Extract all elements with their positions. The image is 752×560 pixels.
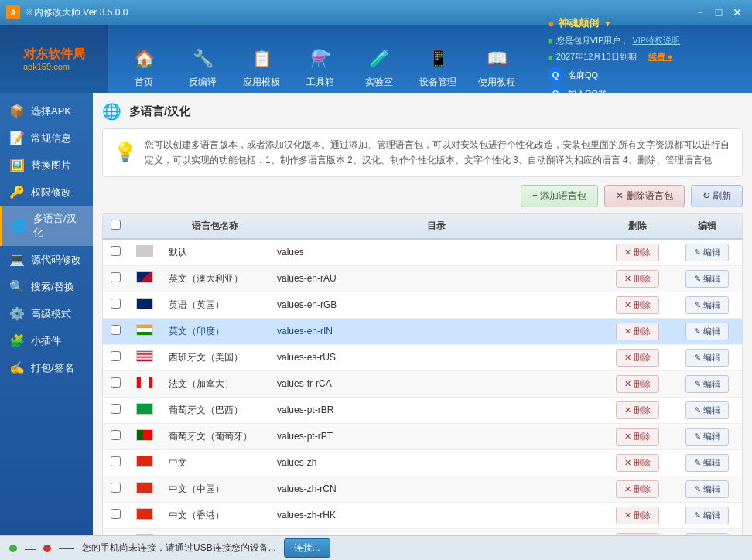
sidebar-item-advanced[interactable]: ⚙️ 高级模式 [0, 300, 93, 327]
row-delete-button[interactable]: ✕ 删除 [616, 323, 659, 340]
sidebar-item-multilang[interactable]: 🌐 多语言/汉化 [0, 206, 93, 246]
row-delete-button[interactable]: ✕ 删除 [616, 507, 659, 524]
row-name: 中文（香港） [161, 502, 269, 528]
sidebar-item-search-replace[interactable]: 🔍 搜索/替换 [0, 273, 93, 300]
sidebar-item-basic-info[interactable]: 📝 常规信息 [0, 125, 93, 152]
row-edit-cell: ✎ 编辑 [672, 449, 742, 476]
row-delete-button[interactable]: ✕ 删除 [616, 270, 659, 288]
nav-template[interactable]: 📋 应用模板 [234, 40, 289, 93]
sidebar-item-pack-sign[interactable]: ✍️ 打包/签名 [0, 354, 93, 381]
row-checkbox[interactable] [111, 325, 121, 335]
row-edit-cell: ✎ 编辑 [672, 528, 742, 535]
select-all-checkbox[interactable] [111, 220, 121, 230]
row-checkbox[interactable] [111, 456, 121, 466]
header-name: 语言包名称 [161, 214, 269, 239]
row-checkbox[interactable] [111, 430, 121, 440]
row-edit-cell: ✎ 编辑 [672, 318, 742, 344]
row-edit-button[interactable]: ✎ 编辑 [685, 454, 729, 472]
nav-toolbox[interactable]: ⚗️ 工具箱 [292, 40, 348, 93]
row-checkbox[interactable] [111, 351, 121, 361]
row-delete-button[interactable]: ✕ 删除 [616, 428, 659, 446]
row-delete-button[interactable]: ✕ 删除 [616, 349, 659, 367]
table-row: 葡萄牙文（巴西） values-pt-rBR ✕ 删除 ✎ 编辑 [103, 397, 742, 423]
row-checkbox[interactable] [111, 404, 121, 414]
vip-link[interactable]: VIP特权说明 [632, 35, 680, 46]
row-name: 法文（加拿大） [161, 370, 269, 397]
row-checkbox-cell [103, 292, 128, 318]
row-edit-button[interactable]: ✎ 编辑 [685, 533, 729, 535]
row-checkbox-cell [103, 239, 128, 266]
row-delete-button[interactable]: ✕ 删除 [616, 401, 659, 419]
status-dot-red [43, 545, 51, 552]
topbar: 对东软件局 apk159.com 🏠 首页 🔧 反编译 📋 应用模板 ⚗️ 工具… [0, 25, 752, 93]
sidebar-item-select-apk-label: 选择APK [31, 104, 71, 118]
row-delete-cell: ✕ 删除 [603, 423, 672, 449]
sidebar-item-permissions[interactable]: 🔑 权限修改 [0, 179, 93, 206]
nav-home-label: 首页 [135, 76, 153, 89]
row-edit-button[interactable]: ✎ 编辑 [685, 296, 729, 314]
vip-expire-row: ■ 2027年12月13日到期， 续费 ● [548, 51, 740, 63]
row-checkbox[interactable] [111, 299, 121, 309]
pack-sign-icon: ✍️ [9, 360, 25, 375]
row-checkbox-cell [103, 397, 128, 423]
add-language-button[interactable]: + 添加语言包 [521, 185, 598, 207]
sidebar-item-source-edit-label: 源代码修改 [31, 253, 81, 267]
row-edit-button[interactable]: ✎ 编辑 [685, 428, 729, 446]
row-checkbox[interactable] [111, 509, 121, 519]
row-edit-button[interactable]: ✎ 编辑 [685, 375, 729, 393]
row-delete-button[interactable]: ✕ 删除 [616, 480, 659, 498]
header-delete: 删除 [603, 214, 672, 239]
dropdown-arrow-icon[interactable]: ▼ [603, 19, 611, 28]
nav-tutorial[interactable]: 📖 使用教程 [469, 40, 525, 93]
flag-icon [136, 508, 153, 520]
row-delete-button[interactable]: ✕ 删除 [616, 533, 659, 535]
row-delete-button[interactable]: ✕ 删除 [616, 296, 659, 314]
row-delete-button[interactable]: ✕ 删除 [616, 454, 659, 472]
row-delete-button[interactable]: ✕ 删除 [616, 375, 659, 393]
refresh-button[interactable]: ↻ 刷新 [691, 185, 743, 207]
row-edit-button[interactable]: ✎ 编辑 [685, 507, 729, 524]
row-flag-cell [128, 265, 161, 292]
tutorial-icon: 📖 [483, 45, 511, 73]
row-edit-button[interactable]: ✎ 编辑 [685, 349, 729, 367]
status-dot-green [9, 545, 17, 552]
spirit-label: 神魂颠倒 [559, 16, 599, 30]
sidebar-item-source-edit[interactable]: 💻 源代码修改 [0, 246, 93, 273]
sidebar-item-basic-info-label: 常规信息 [31, 131, 71, 145]
row-checkbox-cell [103, 265, 128, 292]
sidebar-item-plugins[interactable]: 🧩 小插件 [0, 327, 93, 354]
nav-home[interactable]: 🏠 首页 [116, 40, 172, 93]
connect-button[interactable]: 连接... [284, 538, 330, 558]
toolbox-icon: ⚗️ [306, 45, 334, 73]
row-checkbox[interactable] [111, 246, 121, 256]
row-edit-button[interactable]: ✎ 编辑 [685, 401, 729, 419]
row-edit-button[interactable]: ✎ 编辑 [685, 323, 729, 340]
row-edit-button[interactable]: ✎ 编辑 [685, 270, 729, 288]
delete-language-button[interactable]: ✕ 删除语言包 [604, 185, 684, 207]
name-qq-row[interactable]: Q 名麻QQ [548, 67, 740, 83]
sidebar-item-select-apk[interactable]: 📦 选择APK [0, 97, 93, 125]
header-dir: 目录 [269, 214, 603, 239]
row-checkbox[interactable] [111, 377, 121, 388]
renew-link[interactable]: 续费 ● [648, 51, 673, 63]
row-dir: values-zh-rHK [269, 502, 603, 528]
row-edit-button[interactable]: ✎ 编辑 [685, 244, 729, 261]
row-checkbox[interactable] [111, 483, 121, 493]
row-delete-button[interactable]: ✕ 删除 [616, 244, 659, 261]
nav-decompile-label: 反编译 [189, 76, 217, 89]
flag-icon [136, 456, 153, 467]
row-flag-cell [128, 239, 161, 266]
row-dir: values-pt-rPT [269, 423, 603, 449]
row-edit-button[interactable]: ✎ 编辑 [685, 480, 729, 498]
status-message: 您的手机尚未连接，请通过USB连接您的设备... [82, 541, 276, 555]
row-dir: values-en-rIN [269, 318, 603, 344]
row-dir: values [269, 239, 603, 266]
nav-device[interactable]: 📱 设备管理 [410, 40, 466, 93]
nav-decompile[interactable]: 🔧 反编译 [175, 40, 231, 93]
row-checkbox[interactable] [111, 272, 121, 282]
nav-template-label: 应用模板 [243, 76, 280, 89]
row-name: 中文（中国） [161, 476, 269, 502]
row-checkbox-cell [103, 476, 128, 502]
nav-lab[interactable]: 🧪 实验室 [351, 40, 407, 93]
sidebar-item-replace-image[interactable]: 🖼️ 替换图片 [0, 152, 93, 179]
